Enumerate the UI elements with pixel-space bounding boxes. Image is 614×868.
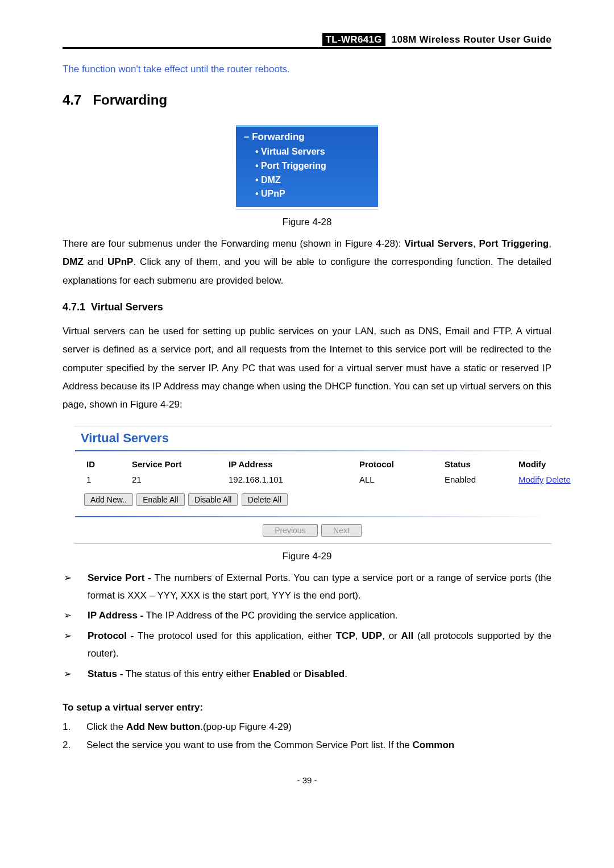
model-tag: TL-WR641G <box>322 33 385 46</box>
arrow-icon: ➢ <box>63 607 88 624</box>
arrow-icon: ➢ <box>63 627 88 663</box>
td-id: 1 <box>86 469 132 484</box>
th-status: Status <box>445 459 518 469</box>
list-item: ➢ Service Port - The numbers of External… <box>63 569 551 605</box>
paragraph-forwarding-intro: There are four submenus under the Forwar… <box>63 235 551 290</box>
arrow-icon: ➢ <box>63 569 88 605</box>
figure-4-29-caption: Figure 4-29 <box>63 551 551 562</box>
section-heading: 4.7 Forwarding <box>63 92 551 108</box>
virtual-servers-panel: Virtual Servers ID Service Port IP Addre… <box>74 426 551 544</box>
delete-all-button[interactable]: Delete All <box>242 493 288 506</box>
previous-button: Previous <box>263 524 317 537</box>
setup-steps: 1. Click the Add New button.(pop-up Figu… <box>63 718 551 754</box>
subsection-heading: 4.7.1 Virtual Servers <box>63 301 551 313</box>
td-port: 21 <box>132 469 229 484</box>
forwarding-menu-screenshot: – Forwarding • Virtual Servers • Port Tr… <box>236 125 378 210</box>
step-item: 2. Select the service you want to use fr… <box>63 736 551 754</box>
td-status: Enabled <box>445 469 518 484</box>
th-protocol: Protocol <box>359 459 445 469</box>
enable-all-button[interactable]: Enable All <box>136 493 184 506</box>
list-item: ➢ Protocol - The protocol used for this … <box>63 627 551 663</box>
td-ip: 192.168.1.101 <box>229 469 359 484</box>
reboot-note: The function won't take effect until the… <box>63 64 551 75</box>
disable-all-button[interactable]: Disable All <box>188 493 238 506</box>
page-header: TL-WR641G 108M Wireless Router User Guid… <box>63 34 551 49</box>
modify-link[interactable]: Modify <box>518 475 544 484</box>
th-id: ID <box>86 459 132 469</box>
td-modify-links: Modify Delete <box>518 469 587 484</box>
th-ip-address: IP Address <box>229 459 359 469</box>
field-description-list: ➢ Service Port - The numbers of External… <box>63 569 551 683</box>
guide-title: 108M Wireless Router User Guide <box>392 34 551 45</box>
td-proto: ALL <box>359 469 445 484</box>
add-new-button[interactable]: Add New.. <box>84 493 133 506</box>
figure-4-28-caption: Figure 4-28 <box>63 217 551 228</box>
delete-link[interactable]: Delete <box>546 475 570 484</box>
step-item: 1. Click the Add New button.(pop-up Figu… <box>63 718 551 736</box>
arrow-icon: ➢ <box>63 665 88 683</box>
list-item: ➢ Status - The status of this entry eith… <box>63 665 551 683</box>
virtual-servers-title: Virtual Servers <box>81 431 551 446</box>
page-number: - 39 - <box>63 775 551 785</box>
setup-heading: To setup a virtual server entry: <box>63 702 551 713</box>
th-modify: Modify <box>518 459 587 469</box>
next-button: Next <box>321 524 362 537</box>
list-item: ➢ IP Address - The IP Address of the PC … <box>63 607 551 624</box>
paragraph-virtual-servers: Virtual servers can be used for setting … <box>63 322 551 414</box>
th-service-port: Service Port <box>132 459 229 469</box>
